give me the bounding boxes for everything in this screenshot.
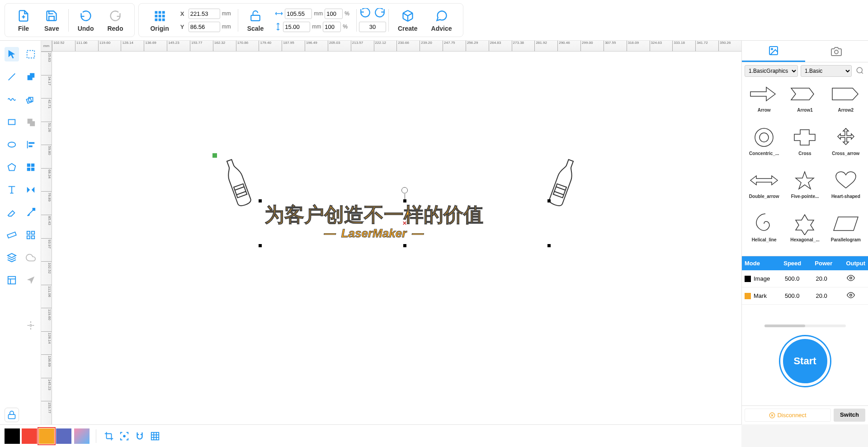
grid-icon[interactable] [149,430,161,442]
rotate-tool[interactable] [24,92,38,107]
burst-tool[interactable] [24,318,38,333]
switch-button[interactable]: Switch [834,409,865,422]
create-button[interactable]: Create [391,6,425,34]
scale-button[interactable]: Scale [241,6,271,34]
shape-hexagonal_...[interactable]: Hexagonal_... [785,212,824,254]
rect-tool[interactable] [5,115,19,129]
y-input[interactable] [189,22,220,32]
shape-five-pointe...[interactable]: Five-pointe... [785,169,824,210]
shape-double_arrow[interactable]: Double_arrow [745,169,783,210]
col-output: Output [843,256,868,270]
layers-tool[interactable] [5,250,19,265]
marquee-tool[interactable] [24,47,38,61]
shape-arrow1[interactable]: Arrow1 [785,82,824,124]
file-button[interactable]: File [9,6,38,34]
shape-cross_arrow[interactable]: Cross_arrow [826,126,865,167]
shape-arrow[interactable]: Arrow [745,82,783,124]
start-button[interactable]: Start [780,336,830,386]
layer-row[interactable]: Mark500.020.0 [742,287,868,305]
crop-icon[interactable] [103,430,115,442]
shape-helical_line[interactable]: Helical_line [745,212,783,254]
search-icon[interactable] [854,65,865,76]
redo-button[interactable]: Redo [100,6,130,34]
canvas-text-object[interactable]: 为客户创造不一样的价值 LaserMaker [264,202,483,240]
shape-parallelogram[interactable]: Parallelogram [826,212,865,254]
mirror-tool[interactable] [24,183,38,197]
eye-icon[interactable] [847,291,855,299]
color-swatch[interactable] [39,428,54,444]
rotation-input[interactable] [359,22,386,32]
shape-cross[interactable]: Cross [785,126,824,167]
file-label: File [18,25,29,32]
text-tool[interactable] [5,183,19,197]
layer-row[interactable]: Image500.020.0 [742,270,868,287]
shape-fill-tool[interactable] [24,70,38,84]
tab-camera[interactable] [805,41,868,62]
width-input[interactable] [285,9,312,19]
height-pct-input[interactable] [323,22,341,32]
eye-icon[interactable] [847,274,855,282]
svg-line-49 [235,187,244,190]
canvas[interactable]: ✕ 为客户创造不一样的价值 LaserMaker [52,52,741,424]
magnet-icon[interactable] [133,430,146,442]
align-tool[interactable] [24,137,38,152]
tab-library[interactable] [742,41,805,62]
rotate-ccw-icon[interactable] [359,8,371,20]
ellipse-tool[interactable] [5,137,19,152]
handle-tl[interactable] [259,199,262,202]
color-swatch[interactable] [5,428,20,444]
shape-heart-shaped[interactable]: Heart-shaped [826,169,865,210]
send-tool[interactable] [24,273,38,287]
layout-tool[interactable] [5,273,19,287]
edit-path-tool[interactable] [24,205,38,220]
undo-button[interactable]: Undo [71,6,101,34]
left-toolbar [0,41,41,424]
save-button[interactable]: Save [38,6,66,34]
reference-point[interactable] [212,153,217,158]
handle-br[interactable] [547,244,551,247]
layer-power: 20.0 [816,292,846,299]
svg-rect-21 [9,120,15,125]
color-swatch[interactable] [22,428,37,444]
canvas-area[interactable]: mm 102.52111.06119.60128.14136.69145.231… [41,41,741,424]
handle-b[interactable] [403,244,406,247]
rotate-handle[interactable] [401,187,408,193]
focus-icon[interactable] [118,430,131,442]
array-tool[interactable] [24,228,38,242]
gradient-swatch[interactable] [74,428,90,444]
bottom-bar [0,424,741,447]
selection-box[interactable]: ✕ 为客户创造不一样的价值 LaserMaker [260,201,549,246]
line-tool[interactable] [5,70,19,84]
advice-button[interactable]: Advice [425,6,459,34]
disconnect-button[interactable]: Disconnect [745,409,831,422]
svg-rect-35 [27,231,30,234]
svg-marker-28 [8,164,16,171]
cloud-tool[interactable] [24,250,38,265]
grid4-tool[interactable] [24,160,38,174]
x-input[interactable] [189,9,220,19]
curve-tool[interactable] [5,92,19,107]
category1-select[interactable]: 1.BasicGraphics [745,65,798,77]
eraser-tool[interactable] [5,205,19,220]
bottle-left[interactable] [212,153,263,212]
origin-button[interactable]: Origin [143,6,175,34]
shape-arrow2[interactable]: Arrow2 [826,82,865,124]
category2-select[interactable]: 1.Basic [801,65,852,77]
handle-tr[interactable] [547,199,551,202]
shape-concentric_...[interactable]: Concentric_... [745,126,783,167]
lock-button[interactable] [5,408,19,422]
color-swatch[interactable] [56,428,71,444]
width-pct-input[interactable] [325,9,343,19]
height-input[interactable] [283,22,310,32]
rotate-cw-icon[interactable] [374,8,386,20]
layer-table: Mode Speed Power Output Image500.020.0Ma… [742,256,868,305]
polygon-tool[interactable] [5,160,19,174]
select-tool[interactable] [5,47,19,61]
handle-bl[interactable] [259,244,262,247]
svg-point-55 [771,48,773,50]
svg-rect-30 [31,164,34,167]
ruler-tool[interactable] [5,228,19,242]
layer-name: Image [754,275,770,282]
disconnect-icon [769,412,775,419]
merge-tool[interactable] [24,115,38,129]
